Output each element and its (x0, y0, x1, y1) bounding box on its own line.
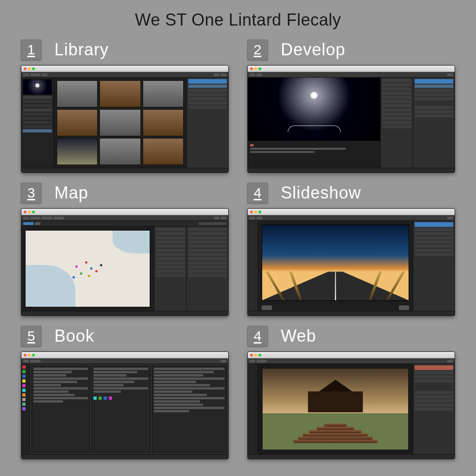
titlebar[interactable] (21, 66, 228, 72)
panel-sidebar[interactable] (413, 78, 455, 168)
statusbar (248, 168, 455, 172)
window-develop[interactable] (247, 65, 455, 173)
toolbar[interactable] (21, 358, 228, 364)
left-sidebar[interactable] (21, 78, 54, 168)
page-title: We ST One Lintard Flecaly (0, 0, 476, 30)
titlebar[interactable] (21, 352, 228, 358)
web-canvas[interactable] (258, 364, 413, 454)
zoom-icon[interactable] (258, 354, 261, 357)
title-book: Book (54, 326, 94, 346)
close-icon[interactable] (24, 211, 26, 213)
cell-map: 3 Map (21, 181, 229, 316)
title-slideshow: Slideshow (281, 183, 361, 203)
statusbar (21, 168, 228, 172)
zoom-icon[interactable] (32, 67, 35, 70)
minimize-icon[interactable] (254, 67, 257, 70)
badge-6: 4 (247, 326, 268, 346)
close-icon[interactable] (250, 354, 253, 357)
badge-4: 4 (247, 183, 268, 203)
zoom-icon[interactable] (32, 211, 35, 213)
statusbar (21, 454, 228, 459)
slide-canvas[interactable] (258, 221, 413, 311)
next-button[interactable] (399, 305, 409, 310)
minimize-icon[interactable] (254, 211, 257, 213)
adjust-sidebar[interactable] (380, 78, 413, 168)
window-slideshow[interactable] (247, 208, 455, 316)
title-web: Web (281, 326, 316, 346)
statusbar (21, 311, 228, 316)
zoom-icon[interactable] (258, 67, 261, 70)
titlebar[interactable] (248, 352, 455, 358)
toolbar[interactable] (248, 215, 455, 221)
map-sidebar-b[interactable] (186, 226, 228, 311)
zoom-icon[interactable] (32, 354, 35, 357)
titlebar[interactable] (248, 66, 455, 72)
cell-library: 1 Library (21, 38, 229, 173)
web-strip[interactable] (248, 364, 258, 454)
close-icon[interactable] (250, 211, 253, 213)
title-library: Library (54, 40, 109, 60)
cell-slideshow: 4 Slideshow (247, 181, 455, 316)
window-web[interactable] (247, 351, 455, 459)
title-map: Map (54, 183, 88, 203)
close-icon[interactable] (24, 354, 26, 357)
book-columns[interactable] (30, 364, 228, 454)
toolbar-2[interactable] (21, 221, 228, 226)
cell-web: 4 Web (247, 324, 455, 459)
toolbar[interactable] (21, 72, 228, 78)
thumbnail-grid[interactable] (54, 78, 186, 168)
slide-strip[interactable] (248, 221, 258, 311)
window-book[interactable] (21, 351, 229, 459)
statusbar (248, 311, 455, 316)
toolbar[interactable] (248, 358, 455, 364)
zoom-icon[interactable] (258, 211, 261, 213)
window-map[interactable] (21, 208, 229, 316)
window-library[interactable] (21, 65, 229, 173)
map-canvas[interactable] (21, 226, 154, 311)
slide-sidebar[interactable] (413, 221, 455, 311)
close-icon[interactable] (24, 67, 26, 70)
cell-book: 5 Book (21, 324, 229, 459)
badge-2: 2 (247, 40, 268, 60)
close-icon[interactable] (250, 67, 253, 70)
badge-3: 3 (21, 183, 41, 203)
map-sidebar-a[interactable] (154, 226, 186, 311)
minimize-icon[interactable] (28, 211, 31, 213)
badge-1: 1 (21, 40, 41, 60)
module-grid: 1 Library (0, 30, 476, 473)
minimize-icon[interactable] (28, 67, 31, 70)
color-rail[interactable] (21, 364, 30, 454)
statusbar (248, 454, 455, 459)
cell-develop: 2 Develop (247, 38, 455, 173)
titlebar[interactable] (248, 209, 455, 215)
right-sidebar[interactable] (186, 78, 228, 168)
title-develop: Develop (281, 40, 345, 60)
badge-5: 5 (21, 326, 41, 346)
prev-button[interactable] (262, 305, 272, 310)
toolbar[interactable] (21, 215, 228, 221)
web-sidebar[interactable] (413, 364, 455, 454)
toolbar[interactable] (248, 72, 455, 78)
titlebar[interactable] (21, 209, 228, 215)
minimize-icon[interactable] (254, 354, 257, 357)
preview-area[interactable] (248, 78, 380, 168)
minimize-icon[interactable] (28, 354, 31, 357)
